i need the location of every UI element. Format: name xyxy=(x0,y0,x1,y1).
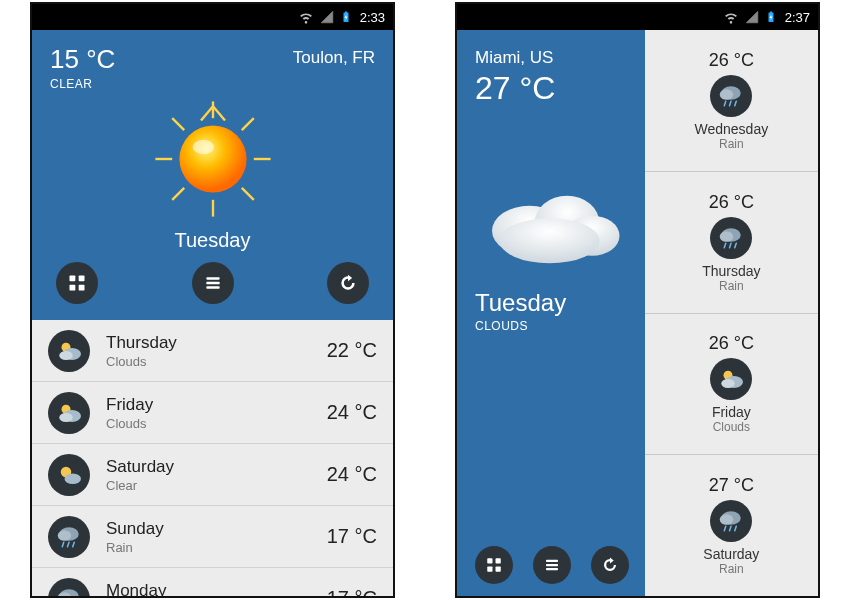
today-label: Tuesday xyxy=(475,289,629,317)
forecast-temp: 27 °C xyxy=(709,475,754,496)
location-label[interactable]: Toulon, FR xyxy=(293,48,375,68)
menu-button[interactable] xyxy=(533,546,571,584)
wifi-icon xyxy=(298,9,314,25)
forecast-condition: Clear xyxy=(106,478,174,493)
status-time: 2:37 xyxy=(785,10,810,25)
forecast-condition: Rain xyxy=(719,279,744,293)
signal-icon xyxy=(320,10,334,24)
current-condition: CLOUDS xyxy=(475,319,629,333)
battery-icon xyxy=(765,9,777,25)
forecast-condition: Clouds xyxy=(713,420,750,434)
forecast-condition: Clouds xyxy=(106,354,177,369)
forecast-temp: 17 °C xyxy=(327,525,377,548)
sun-icon xyxy=(153,99,273,223)
forecast-day: Saturday xyxy=(106,457,174,477)
forecast-row[interactable]: 26 °CFridayClouds xyxy=(645,314,818,456)
forecast-temp: 24 °C xyxy=(327,401,377,424)
menu-button[interactable] xyxy=(192,262,234,304)
weather-icon xyxy=(48,516,90,558)
forecast-temp: 24 °C xyxy=(327,463,377,486)
forecast-day: Wednesday xyxy=(695,121,769,137)
forecast-condition: Rain xyxy=(719,137,744,151)
forecast-row[interactable]: 27 °CSaturdayRain xyxy=(645,455,818,596)
toolbar xyxy=(475,536,629,584)
location-label[interactable]: Miami, US xyxy=(475,48,629,68)
forecast-row[interactable]: 26 °CWednesdayRain xyxy=(645,30,818,172)
forecast-row[interactable]: SaturdayClear24 °C xyxy=(32,444,393,506)
forecast-condition: Rain xyxy=(719,562,744,576)
current-temp: 27 °C xyxy=(475,70,629,107)
weather-icon xyxy=(710,500,752,542)
weather-icon xyxy=(710,358,752,400)
phone-left: 2:33 15 °C CLEAR Toulon, FR Tuesday Thur… xyxy=(30,2,395,598)
current-condition: CLEAR xyxy=(50,77,115,91)
toolbar xyxy=(50,262,375,316)
forecast-day: Thursday xyxy=(106,333,177,353)
weather-icon xyxy=(48,392,90,434)
forecast-day: Sunday xyxy=(106,519,164,539)
forecast-temp: 26 °C xyxy=(709,192,754,213)
forecast-row[interactable]: SundayRain17 °C xyxy=(32,506,393,568)
forecast-condition: Rain xyxy=(106,540,164,555)
weather-icon xyxy=(48,330,90,372)
forecast-temp: 26 °C xyxy=(709,50,754,71)
status-bar: 2:33 xyxy=(32,4,393,30)
forecast-day: Monday xyxy=(106,581,166,597)
weather-icon xyxy=(48,578,90,597)
forecast-day: Friday xyxy=(712,404,751,420)
grid-button[interactable] xyxy=(475,546,513,584)
battery-icon xyxy=(340,9,352,25)
hero-panel: 15 °C CLEAR Toulon, FR Tuesday xyxy=(32,30,393,320)
grid-button[interactable] xyxy=(56,262,98,304)
forecast-row[interactable]: 26 °CThursdayRain xyxy=(645,172,818,314)
forecast-row[interactable]: ThursdayClouds22 °C xyxy=(32,320,393,382)
forecast-day: Saturday xyxy=(703,546,759,562)
forecast-list[interactable]: 26 °CWednesdayRain26 °CThursdayRain26 °C… xyxy=(645,30,818,596)
current-temp: 15 °C xyxy=(50,44,115,75)
today-label: Tuesday xyxy=(50,229,375,252)
weather-icon xyxy=(48,454,90,496)
forecast-row[interactable]: MondayRain17 °C xyxy=(32,568,393,596)
forecast-day: Thursday xyxy=(702,263,760,279)
phone-right: 2:37 Miami, US 27 °C Tuesday CLOUDS 26 °… xyxy=(455,2,820,598)
signal-icon xyxy=(745,10,759,24)
cloud-icon xyxy=(477,177,627,271)
wifi-icon xyxy=(723,9,739,25)
forecast-day: Friday xyxy=(106,395,153,415)
forecast-temp: 22 °C xyxy=(327,339,377,362)
forecast-list[interactable]: ThursdayClouds22 °CFridayClouds24 °CSatu… xyxy=(32,320,393,596)
refresh-button[interactable] xyxy=(591,546,629,584)
forecast-condition: Clouds xyxy=(106,416,153,431)
hero-panel: Miami, US 27 °C Tuesday CLOUDS xyxy=(457,30,645,596)
status-bar: 2:37 xyxy=(457,4,818,30)
weather-icon xyxy=(710,75,752,117)
forecast-row[interactable]: FridayClouds24 °C xyxy=(32,382,393,444)
status-time: 2:33 xyxy=(360,10,385,25)
forecast-temp: 17 °C xyxy=(327,587,377,596)
weather-icon xyxy=(710,217,752,259)
forecast-temp: 26 °C xyxy=(709,333,754,354)
refresh-button[interactable] xyxy=(327,262,369,304)
